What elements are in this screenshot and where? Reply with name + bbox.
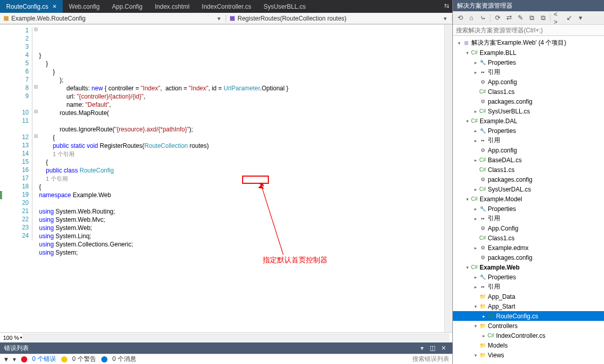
solution-search[interactable]: [453, 25, 604, 36]
tree-node-class1-cs[interactable]: C#Class1.cs: [453, 165, 604, 175]
tree-node-packages-config[interactable]: ⚙packages.config: [453, 97, 604, 106]
expand-icon[interactable]: ▸: [481, 314, 487, 319]
code-line[interactable]: routes.IgnoreRoute("{resource}.axd/{*pat…: [39, 125, 444, 133]
expand-icon[interactable]: ▸: [472, 206, 479, 212]
tree-node-example-model[interactable]: ▾C#Example.Model: [453, 194, 604, 204]
toolbar-icon[interactable]: ⌂: [467, 14, 475, 22]
tab-web-config[interactable]: Web.config: [63, 0, 106, 13]
toolbar-icon[interactable]: ⧉: [527, 14, 536, 22]
toolbar-icon[interactable]: ✎: [516, 14, 524, 22]
expand-icon[interactable]: ▸: [472, 284, 479, 290]
tab-app-config[interactable]: App.Config: [106, 0, 149, 13]
toolbar-icon[interactable]: ⧉: [539, 14, 547, 22]
tree-node-packages-config[interactable]: ⚙packages.config: [453, 175, 604, 184]
expand-icon[interactable]: ▸: [472, 245, 479, 251]
code-line[interactable]: using System.Web;: [39, 224, 444, 232]
error-list-filter[interactable]: ▼ ▾ 0 个错误 0 个警告 0 个消息 搜索错误列表: [0, 354, 452, 364]
outline-gutter[interactable]: ⊟⊟⊟⊟: [32, 25, 39, 332]
toolbar-icon[interactable]: ↙: [565, 14, 573, 22]
tree-node-properties[interactable]: ▸🔧Properties: [453, 272, 604, 282]
code-line[interactable]: }: [39, 68, 444, 76]
toolbar-icon[interactable]: ⟲: [456, 14, 464, 22]
code-line[interactable]: [39, 43, 444, 51]
expand-icon[interactable]: ▸: [472, 138, 479, 143]
tree-node-indexcontroller-cs[interactable]: ▸C#IndexController.cs: [453, 331, 604, 340]
expand-icon[interactable]: ▸: [472, 216, 479, 221]
toolbar-icon[interactable]: < >: [554, 14, 562, 22]
tree-node--[interactable]: ▸▪▪引用: [453, 136, 604, 145]
expand-icon[interactable]: ▸: [472, 70, 479, 75]
expand-icon[interactable]: ▸: [472, 109, 479, 114]
tree-node--[interactable]: ▸▪▪引用: [453, 67, 604, 77]
code-line[interactable]: );: [39, 76, 444, 84]
tree-node-app-config[interactable]: ⚙App.config: [453, 77, 604, 87]
expand-icon[interactable]: ▾: [464, 119, 470, 124]
tree-node-app_data[interactable]: 📁App_Data: [453, 292, 604, 301]
vertical-scrollbar[interactable]: [444, 25, 452, 332]
code-line[interactable]: {: [39, 133, 444, 142]
expand-icon[interactable]: ▸: [472, 158, 479, 163]
code-line[interactable]: using System.Linq;: [39, 232, 444, 240]
code-line[interactable]: name: "Default",: [39, 101, 444, 109]
code-line[interactable]: {: [39, 183, 444, 191]
expand-icon[interactable]: ▸: [472, 60, 479, 65]
tabs-overflow[interactable]: ⇆: [441, 0, 452, 13]
code-area[interactable]: } } } ); defaults: new { controller = "I…: [39, 25, 444, 332]
zoom-level[interactable]: 100 %: [3, 335, 19, 341]
tab-indexcontroller-cs[interactable]: IndexController.cs: [196, 0, 258, 13]
tree-node-example-dal[interactable]: ▾C#Example.DAL: [453, 116, 604, 126]
tree-node-routeconfig-cs[interactable]: ▸C#RouteConfig.cs: [453, 311, 604, 321]
tab-routeconfig-cs[interactable]: RouteConfig.cs✕: [0, 0, 63, 13]
tree-node-basedal-cs[interactable]: ▸C#BaseDAL.cs: [453, 155, 604, 165]
code-line[interactable]: }: [39, 60, 444, 68]
tree-node-properties[interactable]: ▸🔧Properties: [453, 126, 604, 136]
tree-node-sysuserdal-cs[interactable]: ▸C#SysUserDAL.cs: [453, 184, 604, 194]
horizontal-scrollbar[interactable]: [22, 334, 449, 342]
expand-icon[interactable]: ▾: [464, 50, 470, 55]
tree-node-example-edmx[interactable]: ▸⚙Example.edmx: [453, 243, 604, 253]
breadcrumb-class[interactable]: Example.Web.RouteConfig ▾: [0, 15, 226, 22]
code-editor[interactable]: 123456789101112131415161718192021222324 …: [0, 24, 452, 332]
code-line[interactable]: using System;: [39, 248, 444, 257]
tree-node-example-bll[interactable]: ▾C#Example.BLL: [453, 48, 604, 58]
error-search[interactable]: 搜索错误列表: [412, 355, 449, 363]
code-line[interactable]: [39, 117, 444, 125]
tree-node-controllers[interactable]: ▾📁Controllers: [453, 321, 604, 331]
tree-node-properties[interactable]: ▸🔧Properties: [453, 58, 604, 67]
expand-icon[interactable]: ▾: [472, 353, 479, 358]
solution-explorer-header[interactable]: 解决方案资源管理器: [453, 0, 604, 11]
tree-node-sysuserbll-cs[interactable]: ▸C#SysUserBLL.cs: [453, 106, 604, 116]
breadcrumb-method[interactable]: RegisterRoutes(RouteCollection routes) ▾: [226, 15, 452, 22]
code-line[interactable]: public class RouteConfig: [39, 166, 444, 175]
chevron-down-icon[interactable]: ▾: [215, 15, 223, 22]
toolbar-icon[interactable]: ▾: [576, 14, 584, 22]
code-line[interactable]: routes.MapRoute(: [39, 109, 444, 117]
expand-icon[interactable]: ▾: [472, 323, 479, 329]
toolbar-icon[interactable]: ⟳: [493, 14, 502, 22]
tree-node-properties[interactable]: ▸🔧Properties: [453, 204, 604, 214]
tree-node-example-web[interactable]: ▾C#Example.Web: [453, 262, 604, 272]
tree-node-views[interactable]: ▾📁Views: [453, 350, 604, 360]
tree-node--[interactable]: ▸▪▪引用: [453, 214, 604, 223]
tree-node--[interactable]: ▸▪▪引用: [453, 282, 604, 292]
code-line[interactable]: using System.Web.Routing;: [39, 207, 444, 216]
tree-node-models[interactable]: 📁Models: [453, 340, 604, 350]
expand-icon[interactable]: ▾: [472, 304, 479, 309]
expand-icon[interactable]: ▾: [464, 197, 470, 202]
code-line[interactable]: namespace Example.Web: [39, 191, 444, 199]
solution-search-input[interactable]: [453, 25, 604, 35]
tree-node-app_start[interactable]: ▾📁App_Start: [453, 301, 604, 311]
code-line[interactable]: defaults: new { controller = "Index", ac…: [39, 84, 444, 92]
tree-node-class1-cs[interactable]: C#Class1.cs: [453, 87, 604, 97]
code-line[interactable]: url: "{controller}/{action}/{id}",: [39, 92, 444, 101]
expand-icon[interactable]: ▾: [456, 41, 462, 46]
code-line[interactable]: {: [39, 158, 444, 166]
code-line[interactable]: }: [39, 51, 444, 60]
tab-index-cshtml[interactable]: Index.cshtml: [149, 0, 195, 13]
code-line[interactable]: using System.Web.Mvc;: [39, 216, 444, 224]
code-line[interactable]: public static void RegisterRoutes(RouteC…: [39, 142, 444, 150]
tree-node-class1-cs[interactable]: C#Class1.cs: [453, 233, 604, 243]
panel-tools[interactable]: ▾ ◫ ✕: [420, 344, 448, 352]
code-line[interactable]: 1 个引用: [39, 175, 444, 183]
tree-node--example-web-4-[interactable]: ▾⊞解决方案'Example.Web' (4 个项目): [453, 38, 604, 48]
